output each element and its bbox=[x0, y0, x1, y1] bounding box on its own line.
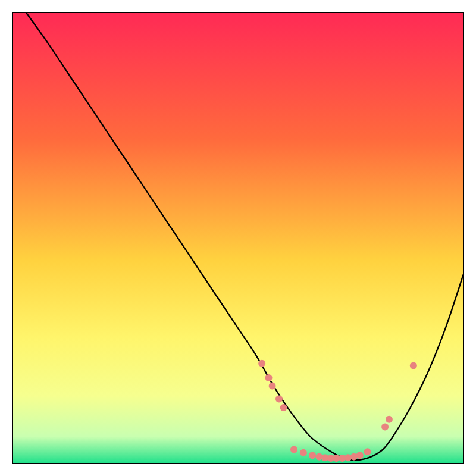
highlight-point bbox=[309, 452, 316, 459]
highlight-point bbox=[275, 396, 283, 403]
highlight-point bbox=[300, 449, 307, 456]
highlight-point bbox=[364, 448, 371, 455]
highlight-point bbox=[265, 374, 273, 381]
highlight-point bbox=[381, 424, 389, 431]
highlight-point bbox=[258, 360, 265, 367]
gradient-background bbox=[12, 12, 464, 464]
chart-svg bbox=[12, 12, 464, 464]
highlight-point bbox=[280, 404, 287, 411]
highlight-point bbox=[410, 362, 417, 369]
highlight-point bbox=[269, 383, 276, 390]
highlight-point bbox=[290, 446, 298, 453]
highlight-point bbox=[356, 452, 364, 459]
chart-frame: TheBottleneck.com bbox=[12, 12, 464, 464]
highlight-point bbox=[386, 416, 393, 423]
